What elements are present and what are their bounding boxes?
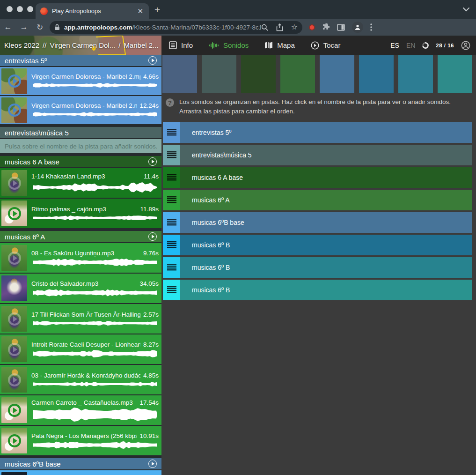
- window-close-button[interactable]: [7, 6, 13, 12]
- clip-waveform[interactable]: [31, 319, 159, 327]
- profile-avatar-icon[interactable]: [352, 22, 363, 33]
- track-row-body[interactable]: musicas 6º B: [180, 257, 472, 278]
- clip-waveform[interactable]: [31, 380, 159, 388]
- address-bar[interactable]: app.antropoloops.com/Kleos-Santa-Marina/…: [50, 21, 302, 34]
- drag-handle[interactable]: [163, 257, 180, 278]
- record-extension-icon[interactable]: [309, 24, 315, 30]
- track-row[interactable]: entrevistas 5º: [163, 122, 472, 143]
- side-panel-icon[interactable]: [337, 24, 345, 31]
- clip-title[interactable]: Cristo del Salvador.mp3: [31, 280, 137, 287]
- clip-waveform[interactable]: [31, 441, 159, 449]
- clip-thumbnail[interactable]: [1, 367, 27, 393]
- tab-sonidos[interactable]: Sonidos: [209, 41, 249, 49]
- clip-item[interactable]: BASE Pata Negra - Los Managers3.77s: [0, 470, 161, 475]
- clip-thumbnail[interactable]: [1, 472, 27, 475]
- clip-item[interactable]: Carmen Carreto _ Castañuelas.mp317.54s: [0, 395, 161, 425]
- track-section-header[interactable]: entrevistas\música 5: [0, 127, 161, 138]
- clip-play-overlay-icon[interactable]: [8, 104, 21, 117]
- clip-title[interactable]: Virgen Carmen Dolorosa - Maribel 2.mp3: [31, 102, 137, 109]
- clip-item[interactable]: 17 Till Flickan Som Är Tusen År-Halling …: [0, 304, 161, 334]
- clip-play-overlay-icon[interactable]: [8, 312, 21, 326]
- clip-waveform[interactable]: [31, 82, 159, 89]
- lang-en-button[interactable]: EN: [406, 42, 415, 49]
- clip-title[interactable]: Carmen Carreto _ Castañuelas.mp3: [31, 399, 137, 406]
- clip-title[interactable]: 17 Till Flickan Som Är Tusen År-Halling …: [31, 311, 140, 318]
- clip-item[interactable]: Pata Negra - Los Managers (256 kbps).mp3…: [0, 426, 161, 455]
- clip-waveform[interactable]: [31, 258, 159, 267]
- drag-handle[interactable]: [163, 235, 180, 255]
- drag-handle[interactable]: [163, 167, 180, 188]
- track-row[interactable]: musicas 6º B: [163, 235, 472, 255]
- clip-thumbnail[interactable]: [1, 306, 27, 332]
- clip-play-overlay-icon[interactable]: [8, 252, 21, 265]
- clip-title[interactable]: 1-14 Khakasian Land.mp3: [31, 173, 141, 180]
- track-section-header[interactable]: musicas 6 A base: [0, 156, 161, 167]
- track-section-header[interactable]: musicas 6º A: [0, 231, 161, 242]
- track-section-header[interactable]: entrevistas 5º: [0, 55, 161, 66]
- breadcrumb-middle[interactable]: Virgen Carmen Dol...: [50, 41, 115, 49]
- browser-tab[interactable]: Play Antropoloops ✕: [36, 3, 149, 19]
- clip-title[interactable]: 08 - Es Sakūru Uguntiņu.mp3: [31, 250, 140, 257]
- clip-play-overlay-icon[interactable]: [8, 343, 21, 356]
- track-row[interactable]: entrevistas\música 5: [163, 145, 472, 165]
- zoom-icon[interactable]: [261, 24, 268, 31]
- clip-item[interactable]: Introit Rorate Caeli Desuper - Lionheart…: [0, 334, 161, 364]
- section-play-button[interactable]: [148, 460, 157, 468]
- track-row-body[interactable]: musicas 6º A: [180, 190, 472, 210]
- clip-waveform[interactable]: [31, 289, 159, 297]
- lang-es-button[interactable]: ES: [390, 42, 399, 49]
- breadcrumb-root[interactable]: Kleos 2022: [4, 41, 39, 49]
- map-thumbnail[interactable]: Kleos 2022 // Virgen Carmen Dol... / Mar…: [0, 36, 161, 55]
- clip-play-overlay-icon[interactable]: [8, 207, 21, 220]
- share-icon[interactable]: [276, 23, 283, 31]
- breadcrumb[interactable]: Kleos 2022 // Virgen Carmen Dol... / Mar…: [4, 36, 159, 55]
- tab-tocar[interactable]: Tocar: [311, 41, 341, 50]
- clip-title[interactable]: Introit Rorate Caeli Desuper - Lionheart…: [31, 341, 140, 348]
- track-row[interactable]: musicas 6º B: [163, 257, 472, 278]
- track-section-header[interactable]: musicas 6ºB base: [0, 458, 161, 469]
- bookmark-star-icon[interactable]: ☆: [291, 23, 298, 31]
- account-icon[interactable]: [461, 41, 470, 50]
- section-play-button[interactable]: [148, 232, 157, 241]
- clip-item[interactable]: 03 - Jaromír Horák & Konrádyho dudácká .…: [0, 365, 161, 394]
- clip-thumbnail[interactable]: [1, 275, 27, 301]
- clip-thumbnail[interactable]: [1, 428, 27, 453]
- clip-waveform[interactable]: [31, 181, 159, 193]
- track-row-body[interactable]: entrevistas\música 5: [180, 145, 472, 165]
- track-row-body[interactable]: entrevistas 5º: [180, 122, 472, 143]
- drag-handle[interactable]: [163, 190, 180, 210]
- clip-item[interactable]: Virgen Carmen Dolorosa - Maribel 2.mp312…: [0, 96, 161, 124]
- section-play-button[interactable]: [148, 56, 157, 65]
- window-minimize-button[interactable]: [17, 6, 23, 12]
- tab-search-chevron-icon[interactable]: [463, 7, 469, 12]
- clip-thumbnail[interactable]: [1, 245, 27, 271]
- clip-play-overlay-icon[interactable]: [8, 404, 21, 417]
- clip-title[interactable]: Pata Negra - Los Managers (256 kbps).mp3: [31, 432, 137, 439]
- track-row-body[interactable]: musicas 6º B: [180, 235, 472, 255]
- clip-waveform[interactable]: [31, 349, 159, 358]
- drag-handle[interactable]: [163, 280, 180, 300]
- track-row[interactable]: musicas 6ºB base: [163, 212, 472, 233]
- window-controls[interactable]: [7, 6, 33, 12]
- clip-waveform[interactable]: [31, 111, 159, 118]
- section-play-button[interactable]: [148, 157, 157, 166]
- drag-handle[interactable]: [163, 212, 180, 233]
- clip-item[interactable]: Cristo del Salvador.mp334.05s: [0, 274, 161, 303]
- clip-thumbnail[interactable]: [1, 170, 27, 196]
- clip-play-overlay-icon[interactable]: [8, 177, 21, 190]
- menu-kebab-icon[interactable]: [370, 23, 372, 31]
- clip-waveform[interactable]: [31, 408, 159, 422]
- clip-play-overlay-icon[interactable]: [8, 434, 21, 447]
- clip-thumbnail[interactable]: [1, 68, 27, 94]
- clip-thumbnail[interactable]: [1, 397, 27, 423]
- drag-handle[interactable]: [163, 122, 180, 143]
- back-icon[interactable]: ←: [0, 22, 16, 32]
- track-row[interactable]: musicas 6º A: [163, 190, 472, 210]
- clip-title[interactable]: Ritmo palmas _ cajón.mp3: [31, 206, 137, 213]
- clip-item[interactable]: Ritmo palmas _ cajón.mp311.89s: [0, 199, 161, 228]
- clip-thumbnail[interactable]: [1, 336, 27, 362]
- tab-mapa[interactable]: Mapa: [264, 41, 295, 49]
- track-row[interactable]: musicas 6º B: [163, 280, 472, 300]
- track-row-body[interactable]: musicas 6º B: [180, 280, 472, 300]
- track-row-body[interactable]: musicas 6 A base: [180, 167, 472, 188]
